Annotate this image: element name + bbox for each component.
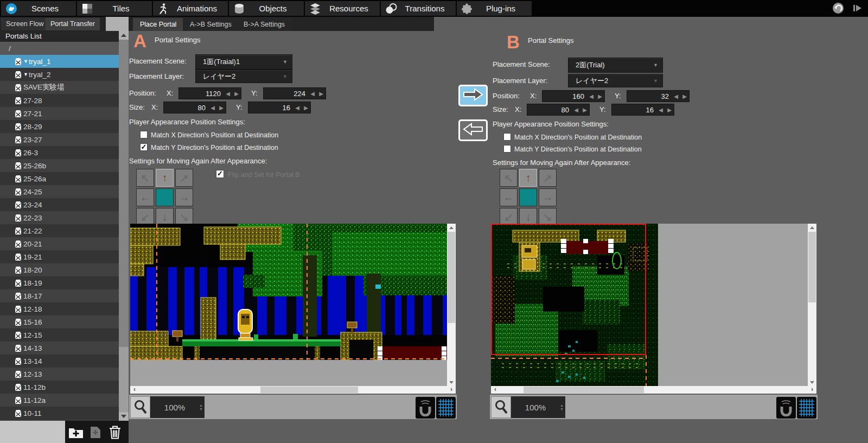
zoom-spinner[interactable]: ▲▼ xyxy=(560,403,564,411)
scroll-up-icon[interactable] xyxy=(119,31,129,40)
add-item-icon[interactable] xyxy=(87,424,104,440)
scroll-left-icon[interactable]: ‹ xyxy=(491,386,500,394)
scroll-left-icon[interactable]: ‹ xyxy=(130,386,139,394)
portal-list-item[interactable]: 12-13 xyxy=(0,368,119,381)
scroll-up-icon[interactable] xyxy=(447,224,456,231)
scrollbar-thumb[interactable] xyxy=(524,387,644,393)
match-x-checkbox[interactable] xyxy=(503,133,511,141)
scroll-up-icon[interactable] xyxy=(808,224,816,231)
magnifier-icon[interactable] xyxy=(130,396,150,418)
scene-canvas-b[interactable] xyxy=(491,224,808,386)
copy-a-to-b-button[interactable] xyxy=(458,85,488,106)
increment-icon[interactable]: ▶ xyxy=(217,105,226,111)
portal-list-item[interactable]: 11-12b xyxy=(0,381,119,394)
direction-right-button[interactable]: → xyxy=(175,188,193,206)
scroll-right-icon[interactable]: › xyxy=(808,386,816,394)
portal-list-item[interactable]: 14-13 xyxy=(0,341,119,355)
scroll-down-icon[interactable] xyxy=(447,378,456,386)
scrollbar-thumb[interactable] xyxy=(260,387,358,393)
direction-center-cell[interactable] xyxy=(519,188,537,206)
portal-list-item[interactable]: 12-15 xyxy=(0,328,119,341)
increment-icon[interactable]: ▶ xyxy=(596,93,604,99)
scroll-down-icon[interactable] xyxy=(808,378,816,386)
menu-tab-tiles[interactable]: Tiles xyxy=(77,1,152,16)
portal-list-item[interactable]: 15-16 xyxy=(0,315,119,328)
snap-magnet-icon[interactable] xyxy=(416,397,435,419)
add-folder-icon[interactable] xyxy=(67,424,85,440)
zoom-level-input[interactable]: 100% ▲▼ xyxy=(511,396,565,418)
portal-list-item[interactable]: SAVE実験場 xyxy=(0,81,119,94)
menu-tab-scenes[interactable]: Scenes xyxy=(1,1,76,16)
portal-list-item[interactable]: 24-25 xyxy=(0,185,119,198)
direction-left-button[interactable]: ← xyxy=(500,188,518,206)
tab-a-to-b-settings[interactable]: A->B Settings xyxy=(183,18,239,31)
increment-icon[interactable]: ▶ xyxy=(665,107,674,113)
portal-list-item[interactable]: 22-23 xyxy=(0,211,119,224)
tab-screen-flow[interactable]: Screen Flow xyxy=(1,18,48,30)
menu-tab-resources[interactable]: Resources xyxy=(305,1,380,16)
increment-icon[interactable]: ▶ xyxy=(317,91,326,97)
portal-list-item[interactable]: 18-19 xyxy=(0,276,119,289)
tab-place-portal[interactable]: Place Portal xyxy=(133,18,183,31)
placement-layer-select[interactable]: レイヤー2▼ xyxy=(195,69,292,83)
match-x-checkbox[interactable] xyxy=(140,131,148,138)
zoom-level-input[interactable]: 100% ▲▼ xyxy=(150,396,205,418)
portal-list-item[interactable]: 27-21 xyxy=(0,107,119,120)
portal-list-item[interactable]: ▼tryal_2 xyxy=(0,68,119,81)
portal-list-item[interactable]: 23-24 xyxy=(0,198,119,211)
portal-list-item[interactable]: 10-11 xyxy=(0,407,119,420)
menu-tab-animations[interactable]: Animations xyxy=(153,1,228,16)
tab-portal-transfer[interactable]: Portal Transfer xyxy=(46,18,100,30)
portal-list-item[interactable]: 21-22 xyxy=(0,224,119,237)
portals-list-scrollbar[interactable] xyxy=(119,31,129,421)
vertical-scrollbar[interactable] xyxy=(447,224,456,386)
direction-up-left-button[interactable]: ↖ xyxy=(500,169,518,187)
portal-list-item[interactable]: 25-26a xyxy=(0,172,119,185)
size-y-input[interactable]: 16◀▶ xyxy=(611,104,674,116)
portal-list-item[interactable]: 28-29 xyxy=(0,120,119,133)
grid-toggle-icon[interactable] xyxy=(436,397,456,419)
direction-right-button[interactable]: → xyxy=(539,188,557,206)
direction-up-right-button[interactable]: ↗ xyxy=(539,169,557,187)
portal-list-item[interactable]: 18-20 xyxy=(0,263,119,276)
placement-scene-select[interactable]: 1面(Traial)1▼ xyxy=(195,54,292,69)
magnifier-icon[interactable] xyxy=(491,396,511,418)
increment-icon[interactable]: ▶ xyxy=(302,105,310,111)
scrollbar-thumb[interactable] xyxy=(808,232,816,302)
copy-b-to-a-button[interactable] xyxy=(458,119,488,141)
expand-arrow-icon[interactable]: ▼ xyxy=(23,72,28,77)
portal-list-item[interactable]: 26-3 xyxy=(0,146,119,159)
portal-root-row[interactable]: / xyxy=(0,42,119,55)
increment-icon[interactable]: ▶ xyxy=(580,107,589,113)
placement-layer-select[interactable]: レイヤー2▼ xyxy=(568,74,663,87)
match-y-checkbox[interactable] xyxy=(140,143,148,151)
horizontal-scrollbar[interactable]: ‹ › xyxy=(130,386,456,394)
portal-list-item[interactable]: 12-18 xyxy=(0,302,119,315)
increment-icon[interactable]: ▶ xyxy=(680,93,689,99)
expand-arrow-icon[interactable]: ▼ xyxy=(23,59,28,64)
tab-b-to-a-settings[interactable]: B->A Settings xyxy=(237,18,292,31)
direction-center-cell[interactable] xyxy=(156,188,174,206)
decrement-icon[interactable]: ◀ xyxy=(208,105,217,111)
decrement-icon[interactable]: ◀ xyxy=(572,107,580,113)
scene-canvas-a[interactable] xyxy=(130,224,447,386)
menu-tab-transitions[interactable]: Transitions xyxy=(381,1,456,16)
increment-icon[interactable]: ▶ xyxy=(232,91,241,97)
decrement-icon[interactable]: ◀ xyxy=(587,93,596,99)
portal-list-item[interactable]: 19-21 xyxy=(0,250,119,263)
scroll-right-icon[interactable]: › xyxy=(447,386,456,394)
portal-list-item[interactable]: 23-27 xyxy=(0,133,119,146)
direction-left-button[interactable]: ← xyxy=(136,188,154,206)
position-y-input[interactable]: 32◀▶ xyxy=(627,90,690,102)
portal-list-item[interactable]: 20-21 xyxy=(0,237,119,250)
position-y-input[interactable]: 224◀▶ xyxy=(263,87,326,99)
grid-toggle-icon[interactable] xyxy=(797,397,816,419)
undo-icon[interactable] xyxy=(832,2,844,16)
vertical-scrollbar[interactable] xyxy=(808,224,816,386)
size-x-input[interactable]: 80◀▶ xyxy=(527,104,590,116)
flip-checkbox[interactable] xyxy=(216,170,224,178)
scrollbar-thumb[interactable] xyxy=(119,40,129,347)
direction-up-right-button[interactable]: ↗ xyxy=(175,169,193,187)
position-x-input[interactable]: 160◀▶ xyxy=(542,90,605,102)
decrement-icon[interactable]: ◀ xyxy=(656,107,665,113)
